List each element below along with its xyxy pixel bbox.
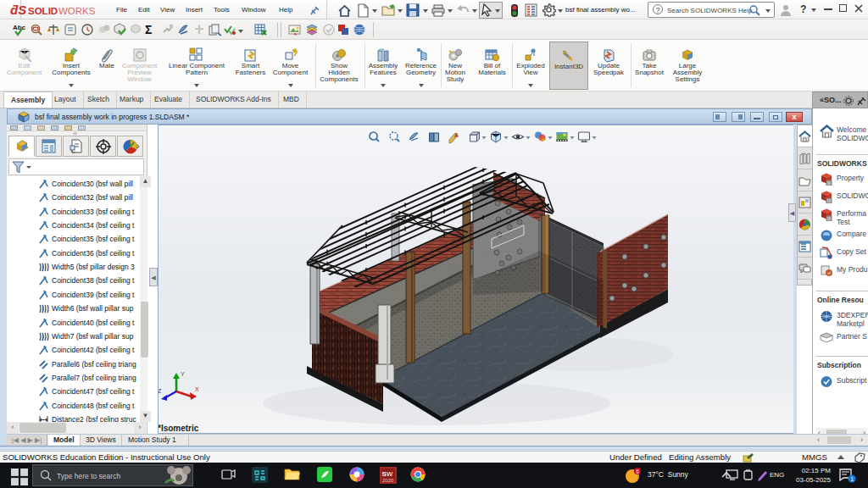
- svg-text:SOLID: SOLID: [28, 6, 58, 16]
- svg-text:Y: Y: [181, 371, 185, 377]
- svg-text:1: 1: [850, 476, 854, 482]
- svg-text:WORKS: WORKS: [58, 6, 96, 16]
- svg-text:A: A: [454, 132, 459, 138]
- svg-text:Abc: Abc: [13, 24, 26, 31]
- svg-text:Σ: Σ: [145, 23, 152, 36]
- svg-text:X: X: [195, 386, 199, 392]
- svg-text:SW: SW: [382, 470, 393, 478]
- svg-text:Z: Z: [158, 388, 162, 394]
- svg-text:2020: 2020: [382, 478, 394, 483]
- svg-text:*Isometric: *Isometric: [158, 424, 199, 433]
- svg-text:ƌS: ƌS: [10, 3, 26, 17]
- svg-text:6: 6: [636, 469, 639, 474]
